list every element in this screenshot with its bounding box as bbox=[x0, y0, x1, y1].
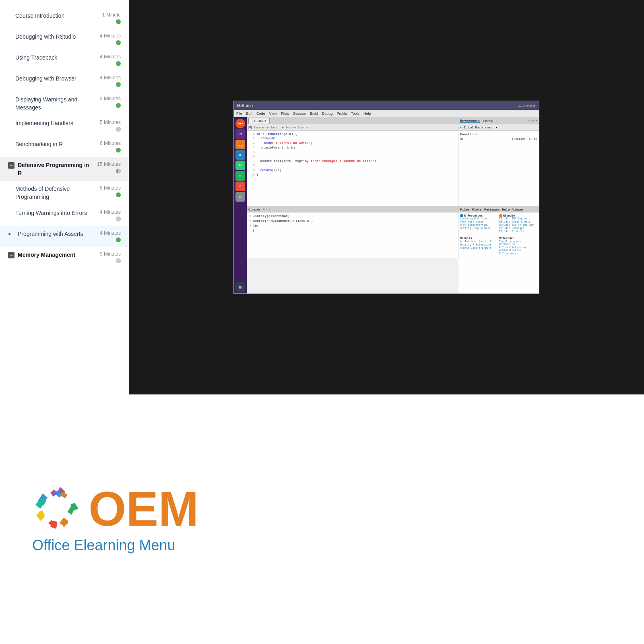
link-cheat-sheets[interactable]: RStudio Cheat Sheets bbox=[499, 221, 537, 223]
sidebar-item-defensive-programming[interactable]: Defensive Programming in R15 Minutes bbox=[0, 157, 129, 181]
ubuntu-icon-spreadsheet[interactable]: ⊞ bbox=[235, 171, 245, 181]
sidebar-item-turning-warnings[interactable]: Turning Warnings into Errors4 Minutes bbox=[0, 205, 129, 226]
menu-build[interactable]: Build bbox=[310, 111, 318, 116]
sidebar-item-displaying-warnings[interactable]: Displaying Warnings and Messages3 Minute… bbox=[0, 92, 129, 116]
tab-files[interactable]: Files bbox=[460, 208, 470, 211]
svg-point-3 bbox=[242, 123, 243, 124]
status-dot-implementing-handlers bbox=[116, 127, 121, 132]
sidebar-item-benchmarking[interactable]: Benchmarking in R6 Minutes bbox=[0, 136, 129, 157]
menu-view[interactable]: View bbox=[269, 111, 277, 116]
link-products[interactable]: RStudio Products bbox=[499, 230, 537, 233]
oem-logo: OEM Office Elearning Menu bbox=[32, 485, 198, 554]
link-stackoverflow[interactable]: R on stackoverflow bbox=[460, 224, 498, 227]
menu-file[interactable]: File bbox=[236, 111, 242, 116]
oem-subtitle: Office Elearning Menu bbox=[32, 537, 175, 554]
code-editor: 119184.R 💾 Source on Save ▶ Run ⟹ Source… bbox=[247, 117, 458, 206]
sidebar-item-implementing-handlers[interactable]: Implementing Handlers5 Minutes bbox=[0, 116, 129, 136]
link-install-admin[interactable]: R Installation and Administration bbox=[499, 246, 537, 252]
rstudio-resources-title: RStudio bbox=[503, 214, 515, 217]
oem-arrows-icon bbox=[32, 485, 80, 533]
environment-panel: Environment History ≡ List ▾ ▾ Global En… bbox=[458, 117, 539, 206]
item-duration-using-traceback: 4 Minutes bbox=[100, 54, 121, 60]
ubuntu-icon-terminal[interactable]: ▤ bbox=[235, 282, 245, 292]
ubuntu-icon-r[interactable]: R bbox=[235, 150, 245, 160]
files-panel: Files Plots Packages Help Viewer bbox=[458, 206, 539, 293]
sidebar-item-debugging-rstudio[interactable]: Debugging with RStudio4 Minutes bbox=[0, 29, 129, 50]
menu-profile[interactable]: Profile bbox=[337, 111, 347, 116]
ubuntu-icon-files[interactable]: 🗂 bbox=[235, 129, 245, 139]
tab-history[interactable]: History bbox=[483, 119, 493, 123]
ubuntu-icon-code[interactable]: <> bbox=[235, 161, 245, 170]
ubuntu-icon-text[interactable]: A bbox=[235, 182, 245, 191]
rstudio-window: RStudio 11:27 PM ⊕ File Edit Code View P… bbox=[233, 101, 539, 294]
link-tip-of-day[interactable]: RStudio Tip of the Day bbox=[499, 224, 537, 227]
sidebar-item-methods-defensive[interactable]: Methods of Defensive Programming5 Minute… bbox=[0, 181, 129, 205]
code-lines: 1tb <- function(a,b) { 2 if(b==0) 3 stop… bbox=[247, 131, 458, 178]
link-cran[interactable]: CRAN Task Views bbox=[460, 221, 498, 223]
tab-plots[interactable]: Plots bbox=[472, 208, 482, 211]
item-duration-implementing-handlers: 5 Minutes bbox=[100, 120, 121, 125]
status-dot-debugging-rstudio bbox=[116, 40, 121, 45]
status-dot-methods-defensive bbox=[116, 192, 121, 197]
toolbar-run[interactable]: ▶ Run bbox=[282, 126, 291, 129]
editor-tab-main[interactable]: 119184.R bbox=[248, 118, 270, 124]
item-title-using-traceback: Using Traceback bbox=[15, 54, 97, 62]
svg-point-2 bbox=[238, 123, 239, 124]
link-intro-r[interactable]: An Introduction to R bbox=[460, 240, 498, 243]
item-duration-defensive-programming: 15 Minutes bbox=[97, 161, 121, 167]
ubuntu-icon-settings[interactable]: ⚙ bbox=[235, 192, 245, 202]
sidebar-item-debugging-browser[interactable]: Debugging with Browser4 Minutes bbox=[0, 71, 129, 92]
sidebar-item-memory-management[interactable]: Memory Management9 Minutes bbox=[0, 247, 129, 268]
item-duration-debugging-rstudio: 4 Minutes bbox=[100, 33, 121, 39]
menu-plots[interactable]: Plots bbox=[281, 111, 289, 116]
link-packages[interactable]: RStudio Packages bbox=[499, 227, 537, 230]
toolbar-save[interactable]: 💾 Source on Save bbox=[248, 126, 277, 129]
menu-tools[interactable]: Tools bbox=[351, 111, 359, 116]
video-area: RStudio 11:27 PM ⊕ File Edit Code View P… bbox=[129, 0, 644, 394]
tab-viewer[interactable]: Viewer bbox=[512, 208, 524, 211]
link-help[interactable]: Getting Help with R bbox=[460, 227, 498, 230]
ubuntu-icon-firefox[interactable]: 🦊 bbox=[235, 140, 245, 149]
menu-help[interactable]: Help bbox=[363, 111, 371, 116]
manuals-section: Manuals bbox=[460, 237, 498, 240]
rstudio-console: Console R / r0 > library(assertthat) > s… bbox=[247, 206, 458, 258]
menu-code[interactable]: Code bbox=[256, 111, 265, 116]
env-dropdown[interactable]: ▾ Global Environment ▾ bbox=[460, 126, 497, 129]
console-tabs: Console R / r0 bbox=[247, 206, 458, 213]
item-duration-benchmarking: 6 Minutes bbox=[100, 140, 121, 146]
item-title-programming-asserts: Programming with Asserts bbox=[18, 230, 97, 238]
menu-edit[interactable]: Edit bbox=[246, 111, 253, 116]
item-title-displaying-warnings: Displaying Warnings and Messages bbox=[15, 96, 97, 111]
ubuntu-sidebar: 🗂 🦊 R <> ⊞ A bbox=[234, 117, 247, 293]
editor-tabs: 119184.R bbox=[247, 117, 458, 124]
link-learning-r[interactable]: Learning R Online bbox=[460, 217, 498, 220]
status-dot-using-traceback bbox=[116, 61, 121, 66]
tab-packages[interactable]: Packages bbox=[484, 208, 500, 211]
item-duration-turning-warnings: 4 Minutes bbox=[100, 209, 121, 215]
r-resources-title: R Resources bbox=[464, 214, 483, 217]
env-item-name: hb bbox=[460, 137, 463, 140]
link-rstudio-support[interactable]: RStudio IDE Support bbox=[499, 217, 537, 220]
tab-help[interactable]: Help bbox=[502, 208, 510, 211]
link-lang-def[interactable]: The R Language Definition bbox=[499, 240, 537, 246]
menu-session[interactable]: Session bbox=[293, 111, 306, 116]
ubuntu-icon-home[interactable] bbox=[235, 119, 245, 128]
sidebar-item-course-intro[interactable]: Course Introduction1 Minute bbox=[0, 8, 129, 29]
reference-section: Reference bbox=[499, 237, 537, 240]
env-panel-tabs: Environment History ≡ List ▾ bbox=[458, 117, 539, 124]
files-tabs: Files Plots Packages Help Viewer bbox=[458, 206, 539, 213]
tab-console[interactable]: Console bbox=[248, 208, 260, 211]
link-internals[interactable]: R Internals bbox=[499, 252, 537, 255]
link-data-import[interactable]: R Data Import/Export bbox=[460, 247, 498, 250]
tab-environment[interactable]: Environment bbox=[460, 119, 480, 123]
item-title-course-intro: Course Introduction bbox=[15, 12, 99, 20]
status-dot-programming-asserts bbox=[116, 237, 121, 242]
link-writing-extensions[interactable]: Writing R Extensions bbox=[460, 244, 498, 246]
sidebar-item-programming-asserts[interactable]: ●Programming with Asserts4 Minutes bbox=[0, 226, 129, 247]
item-duration-memory-management: 9 Minutes bbox=[100, 251, 121, 257]
rstudio-title-label: RStudio bbox=[237, 103, 253, 108]
item-title-memory-management: Memory Management bbox=[18, 251, 97, 259]
toolbar-source[interactable]: ⟹ Source bbox=[292, 126, 308, 129]
menu-debug[interactable]: Debug bbox=[322, 111, 333, 116]
sidebar-item-using-traceback[interactable]: Using Traceback4 Minutes bbox=[0, 50, 129, 71]
